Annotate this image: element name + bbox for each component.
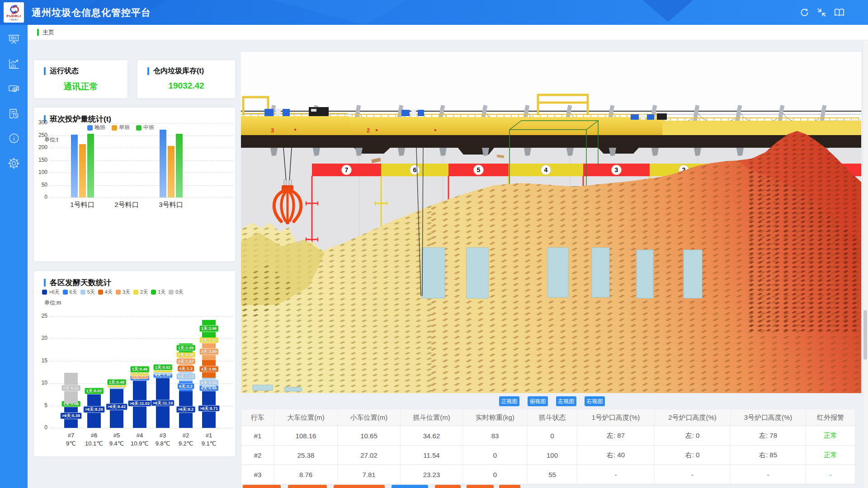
segment-value-label: 1天:0.48 (107, 379, 127, 385)
scrollbar-track[interactable] (863, 25, 868, 488)
category-temp: 9.1℃ (195, 440, 222, 448)
bottom-action-button-4[interactable] (392, 485, 428, 488)
x-category-label: 2号料口 (106, 201, 147, 209)
y-tick-label: 100 (35, 169, 47, 175)
bar-中班-1号料口 (87, 134, 94, 197)
inventory-title: 仓内垃圾库存(t) (153, 66, 204, 76)
table-cell: 右: 0 (655, 446, 731, 465)
segment-value-label: >6天:8.26 (83, 406, 105, 413)
sidebar-item-reports[interactable] (5, 107, 23, 120)
gridline (50, 316, 233, 317)
table-cell: 25.38 (274, 446, 338, 465)
bay-number-label: 4 (544, 166, 548, 174)
run-status-title: 运行状态 (50, 66, 79, 76)
y-tick-label: 250 (35, 132, 47, 138)
sidebar-item-dashboard[interactable] (5, 32, 23, 46)
table-header-cell: 大车位置(m) (274, 409, 338, 426)
view-button-2[interactable]: 俯视图 (528, 396, 548, 406)
chart2-plot: 0510152025>6天:5.381天:0.060天:6.92#79℃>6天:… (34, 271, 235, 456)
y-tick-label: 25 (35, 313, 47, 319)
table-cell: 左: 0 (655, 426, 731, 446)
table-cell: 11.54 (401, 446, 463, 465)
shift-furnace-chart-card: 班次投炉量统计(t) 晚班早班中班 单位:t 05010015020025030… (34, 108, 235, 261)
table-cell: 右: 40 (577, 446, 655, 465)
breadcrumb: 主页 (28, 25, 868, 40)
scrollbar-thumb[interactable] (863, 310, 867, 360)
bar-晚班-1号料口 (71, 135, 78, 197)
segment-value-label: 1天:0.52 (153, 364, 173, 371)
segment-value-label: >6天:11.19 (151, 400, 175, 406)
y-tick-label: 5 (35, 402, 47, 408)
sidebar-item-statistics[interactable] (5, 57, 23, 70)
table-cell: 27.02 (338, 446, 401, 465)
table-cell: 正常 (806, 426, 855, 446)
view-button-3[interactable]: 左视图 (556, 396, 576, 406)
y-tick-label: 200 (35, 144, 47, 150)
gridline (50, 197, 233, 198)
y-tick-label: 50 (35, 182, 47, 188)
table-cell: #3 (241, 465, 274, 484)
table-cell: 83 (463, 426, 528, 446)
segment-value-label: 1天:0.46 (130, 366, 150, 372)
svg-text:2: 2 (367, 127, 370, 134)
exit-fullscreen-icon[interactable] (816, 7, 827, 18)
chart-trend-icon (8, 58, 20, 70)
bottom-action-button-3[interactable] (334, 485, 385, 488)
y-tick-label: 10 (35, 380, 47, 386)
inventory-card: 仓内垃圾库存(t) 19032.42 (137, 60, 235, 98)
table-cell: 23.23 (401, 465, 463, 484)
x-category-label: 1号料口 (62, 201, 103, 209)
run-status-card: 运行状态 通讯正常 (34, 60, 127, 98)
segment-value-label: 4天:1.3 (177, 366, 194, 372)
bottom-action-button-7[interactable] (499, 485, 520, 488)
segment-value-label: >6天:8.71 (198, 405, 220, 412)
table-row: #1108.1610.6534.62830左: 87左: 0左: 78正常 (241, 426, 855, 446)
table-cell: - (806, 465, 855, 484)
view-buttons: 正视图俯视图左视图右视图 (499, 396, 605, 406)
logo-text: FUERLI (7, 14, 21, 18)
table-cell: 左: 87 (577, 426, 655, 446)
table-header-cell: 实时称重(kg) (463, 409, 528, 426)
view-button-4[interactable]: 右视图 (585, 396, 605, 406)
refresh-icon[interactable] (799, 7, 810, 18)
segment-value-label: 3天:3.89 (199, 348, 219, 355)
bay-number-label: 6 (413, 166, 417, 174)
table-header-cell: 小车位置(m) (338, 409, 401, 426)
bottom-action-button-5[interactable] (435, 485, 461, 488)
bottom-action-button-2[interactable] (288, 485, 327, 488)
crane-status-table: 行车大车位置(m)小车位置(m)抓斗位置(m)实时称重(kg)抓斗状态1号炉口高… (241, 409, 855, 484)
breadcrumb-accent (37, 29, 39, 36)
page-title: 通州垃圾仓信息化管控平台 (32, 0, 151, 25)
table-row: #225.3827.0211.540100右: 40右: 0右: 85正常 (241, 446, 855, 465)
bottom-action-button-1[interactable] (243, 485, 281, 488)
view-button-1[interactable]: 正视图 (499, 396, 519, 406)
y-tick-label: 0 (35, 194, 47, 200)
warehouse-3d-view[interactable]: 3 2 7654321 (241, 52, 861, 393)
segment-value-label: 1天:0.02 (85, 388, 104, 394)
table-cell: #2 (241, 446, 274, 465)
x-category-label: #19.1℃ (195, 432, 222, 447)
category-id: #1 (195, 432, 222, 440)
table-cell: #1 (241, 426, 274, 446)
table-cell: 0 (463, 446, 528, 465)
title-accent (147, 67, 149, 75)
segment-value-label: 4天:3.95 (199, 366, 219, 372)
x-category-label: 3号料口 (151, 201, 191, 209)
y-tick-label: 20 (35, 335, 47, 341)
info-icon (8, 132, 20, 144)
recorder-device-icon (8, 83, 20, 95)
manual-book-icon[interactable] (834, 7, 845, 18)
segment-value-label: >6天:5.38 (60, 413, 82, 419)
table-cell: 55 (528, 465, 577, 484)
sidebar-item-records[interactable] (5, 82, 23, 95)
bottom-action-button-6[interactable] (467, 485, 494, 488)
breadcrumb-home[interactable]: 主页 (42, 28, 54, 37)
table-cell: 108.16 (274, 426, 338, 446)
segment-value-label: 2天:1.23 (199, 337, 219, 343)
table-cell: 0 (463, 465, 528, 484)
sidebar-item-info[interactable] (5, 131, 23, 145)
table-cell: 正常 (806, 446, 855, 465)
sidebar-item-settings[interactable] (5, 156, 23, 170)
table-header-cell: 抓斗位置(m) (401, 409, 463, 426)
y-tick-label: 15 (35, 357, 47, 364)
